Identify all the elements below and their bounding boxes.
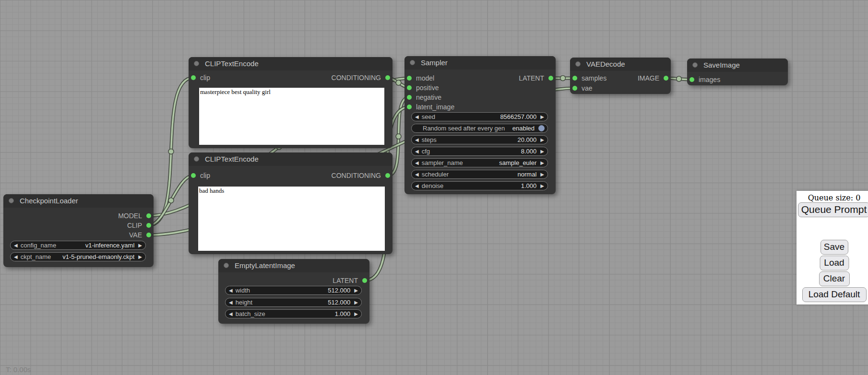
output-slot-latent[interactable]: LATENT xyxy=(519,74,553,82)
input-slot-images[interactable]: images xyxy=(690,75,720,84)
node-saveimage[interactable]: SaveImageimages xyxy=(687,59,788,85)
input-slot-dot[interactable] xyxy=(690,77,694,82)
widget-cfg[interactable]: ◀cfg8.000▶ xyxy=(411,147,548,156)
input-slot-dot[interactable] xyxy=(407,105,412,109)
widget-height[interactable]: ◀height512.000▶ xyxy=(225,298,362,307)
output-slot-dot[interactable] xyxy=(146,223,151,228)
widget-left-arrow-icon[interactable]: ◀ xyxy=(229,300,233,305)
link-midpoint-dot[interactable] xyxy=(396,80,401,85)
widget-right-arrow-icon[interactable]: ▶ xyxy=(540,115,544,119)
collapse-dot-icon[interactable] xyxy=(575,61,581,67)
clear-button[interactable]: Clear xyxy=(819,271,850,286)
output-slot-conditioning[interactable]: CONDITIONING xyxy=(332,171,390,180)
input-slot-clip[interactable]: clip xyxy=(191,73,210,82)
widget-left-arrow-icon[interactable]: ◀ xyxy=(415,115,419,119)
widget-right-arrow-icon[interactable]: ▶ xyxy=(540,184,544,188)
collapse-dot-icon[interactable] xyxy=(194,156,199,162)
link-midpoint-dot[interactable] xyxy=(168,198,174,203)
input-slot-dot[interactable] xyxy=(191,173,196,178)
link-midpoint-dot[interactable] xyxy=(560,76,566,81)
node-cliptextencode-positive[interactable]: CLIPTextEncodeclipCONDITIONING xyxy=(189,57,392,148)
node-emptylatentimage[interactable]: EmptyLatentImageLATENT◀width512.000▶◀hei… xyxy=(218,259,369,324)
widget-right-arrow-icon[interactable]: ▶ xyxy=(540,149,544,154)
input-slot-positive[interactable]: positive xyxy=(407,83,439,92)
node-title-bar[interactable]: CheckpointLoader xyxy=(3,194,154,208)
widget-left-arrow-icon[interactable]: ◀ xyxy=(229,288,233,293)
widget-right-arrow-icon[interactable]: ▶ xyxy=(540,172,544,177)
output-slot-dot[interactable] xyxy=(146,233,151,237)
node-title-bar[interactable]: SaveImage xyxy=(687,59,788,72)
input-slot-latent_image[interactable]: latent_image xyxy=(407,103,454,111)
node-title-bar[interactable]: CLIPTextEncode xyxy=(189,152,392,166)
widget-denoise[interactable]: ◀denoise1.000▶ xyxy=(411,181,548,190)
save-button[interactable]: Save xyxy=(820,240,848,255)
output-slot-vae[interactable]: VAE xyxy=(129,231,151,239)
widget-left-arrow-icon[interactable]: ◀ xyxy=(229,312,233,316)
collapse-dot-icon[interactable] xyxy=(194,61,199,66)
input-slot-clip[interactable]: clip xyxy=(191,171,210,180)
widget-left-arrow-icon[interactable]: ◀ xyxy=(14,255,18,259)
input-slot-dot[interactable] xyxy=(407,85,412,90)
output-slot-dot[interactable] xyxy=(146,213,151,218)
output-slot-conditioning[interactable]: CONDITIONING xyxy=(332,73,390,82)
widget-left-arrow-icon[interactable]: ◀ xyxy=(415,149,419,154)
widget-right-arrow-icon[interactable]: ▶ xyxy=(138,255,142,259)
link-midpoint-dot[interactable] xyxy=(677,76,682,82)
collapse-dot-icon[interactable] xyxy=(410,60,415,65)
widget-right-arrow-icon[interactable]: ▶ xyxy=(540,138,544,142)
widget-right-arrow-icon[interactable]: ▶ xyxy=(354,300,358,305)
widget-left-arrow-icon[interactable]: ◀ xyxy=(415,161,419,165)
widget-left-arrow-icon[interactable]: ◀ xyxy=(415,172,419,177)
widget-right-arrow-icon[interactable]: ▶ xyxy=(540,161,544,165)
output-slot-model[interactable]: MODEL xyxy=(118,211,151,220)
prompt-textarea[interactable] xyxy=(198,187,385,251)
input-slot-dot[interactable] xyxy=(407,76,412,81)
input-slot-dot[interactable] xyxy=(572,86,577,91)
output-slot-clip[interactable]: CLIP xyxy=(127,221,151,230)
output-slot-dot[interactable] xyxy=(385,75,390,80)
output-slot-dot[interactable] xyxy=(385,173,390,178)
load-default-button[interactable]: Load Default xyxy=(802,287,867,302)
queue-prompt-button[interactable]: Queue Prompt xyxy=(798,202,868,217)
output-slot-dot[interactable] xyxy=(362,278,367,283)
load-button[interactable]: Load xyxy=(820,256,849,270)
widget-left-arrow-icon[interactable]: ◀ xyxy=(14,243,18,248)
input-slot-vae[interactable]: vae xyxy=(572,84,593,93)
output-slot-latent[interactable]: LATENT xyxy=(333,276,367,285)
comfyui-canvas[interactable]: { "status": { "execution_time": "T: 0.00… xyxy=(0,0,868,375)
node-title-bar[interactable]: EmptyLatentImage xyxy=(218,259,369,272)
widget-random-seed-after-every-gen[interactable]: Random seed after every genenabled xyxy=(411,124,548,133)
widget-seed[interactable]: ◀seed8566257.000▶ xyxy=(411,112,548,121)
input-slot-negative[interactable]: negative xyxy=(407,93,441,102)
widget-right-arrow-icon[interactable]: ▶ xyxy=(354,288,358,293)
node-title-bar[interactable]: CLIPTextEncode xyxy=(189,57,392,70)
widget-scheduler[interactable]: ◀schedulernormal▶ xyxy=(411,170,548,179)
widget-sampler-name[interactable]: ◀sampler_namesample_euler▶ xyxy=(411,158,548,167)
input-slot-dot[interactable] xyxy=(407,95,412,100)
collapse-dot-icon[interactable] xyxy=(9,198,14,203)
link-midpoint-dot[interactable] xyxy=(168,149,174,154)
input-slot-model[interactable]: model xyxy=(407,74,434,82)
toggle-on-dot-icon[interactable] xyxy=(538,125,545,131)
widget-right-arrow-icon[interactable]: ▶ xyxy=(138,243,142,248)
input-slot-dot[interactable] xyxy=(572,76,577,81)
link-midpoint-dot[interactable] xyxy=(396,134,401,139)
node-title-bar[interactable]: VAEDecode xyxy=(570,58,671,71)
widget-steps[interactable]: ◀steps20.000▶ xyxy=(411,135,548,144)
collapse-dot-icon[interactable] xyxy=(224,263,229,268)
widget-config-name[interactable]: ◀config_namev1-inference.yaml▶ xyxy=(10,241,146,250)
node-checkpointloader[interactable]: CheckpointLoaderMODELCLIPVAE◀config_name… xyxy=(3,194,154,267)
widget-right-arrow-icon[interactable]: ▶ xyxy=(354,312,358,316)
prompt-textarea[interactable] xyxy=(199,88,384,145)
input-slot-dot[interactable] xyxy=(191,75,196,80)
node-sampler[interactable]: Samplermodelpositivenegativelatent_image… xyxy=(404,56,556,194)
node-vaedecode[interactable]: VAEDecodesamplesvaeIMAGE xyxy=(570,58,671,94)
widget-batch-size[interactable]: ◀batch_size1.000▶ xyxy=(225,309,362,318)
widget-ckpt-name[interactable]: ◀ckpt_namev1-5-pruned-emaonly.ckpt▶ xyxy=(10,252,146,261)
output-slot-dot[interactable] xyxy=(664,76,668,81)
node-cliptextencode-negative[interactable]: CLIPTextEncodeclipCONDITIONING xyxy=(189,152,392,254)
output-slot-image[interactable]: IMAGE xyxy=(638,74,668,82)
widget-left-arrow-icon[interactable]: ◀ xyxy=(415,184,419,188)
input-slot-samples[interactable]: samples xyxy=(572,74,606,82)
output-slot-dot[interactable] xyxy=(548,76,553,81)
